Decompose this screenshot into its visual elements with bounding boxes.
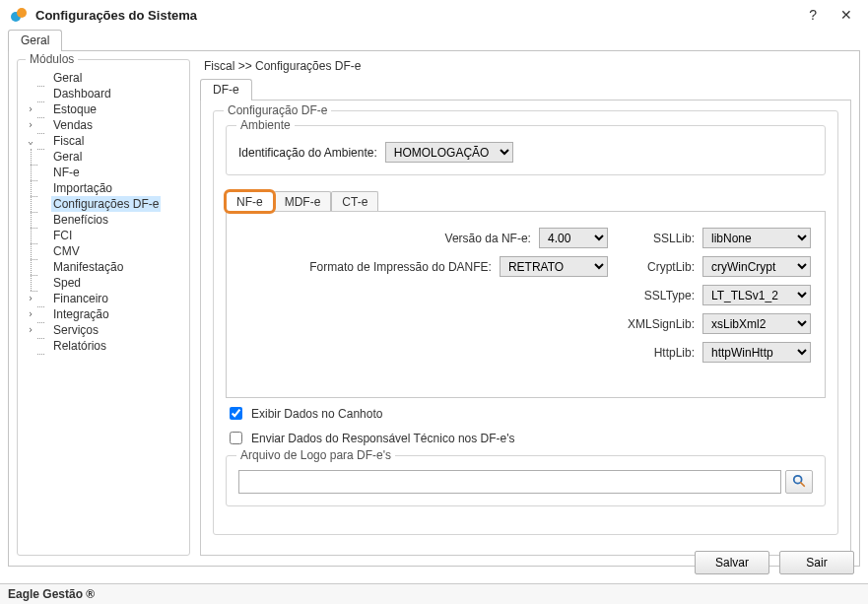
tree-item-label: FCI — [51, 228, 74, 243]
tab-geral[interactable]: Geral — [8, 30, 62, 51]
xmlsignlib-select[interactable]: xsLibXml2 — [702, 313, 811, 334]
tree-item[interactable]: Dashboard — [24, 86, 183, 101]
tree-item-label: Vendas — [51, 117, 95, 133]
tree-item[interactable]: Geral — [24, 149, 183, 165]
close-button[interactable]: ✕ — [840, 7, 852, 23]
svg-line-3 — [801, 482, 805, 486]
svg-point-1 — [17, 8, 27, 18]
ssltype-select[interactable]: LT_TLSv1_2 — [702, 285, 811, 305]
danfe-select[interactable]: RETRATO — [500, 256, 608, 277]
modules-legend: Módulos — [26, 52, 78, 66]
tree-item[interactable]: Benefícios — [24, 212, 183, 228]
config-legend: Configuração DF-e — [224, 103, 331, 117]
tree-item[interactable]: ›Financeiro — [24, 291, 183, 306]
tree-item[interactable]: FCI — [24, 228, 183, 243]
window-title: Configurações do Sistema — [35, 8, 809, 23]
status-bar: Eagle Gestão ® — [0, 583, 868, 604]
httplib-select[interactable]: httpWinHttp — [702, 342, 811, 363]
ssltype-label: SSLType: — [644, 289, 695, 302]
exibir-canhoto-label[interactable]: Exibir Dados no Canhoto — [251, 407, 382, 421]
inner-tab-nfe[interactable]: NF-e — [226, 191, 274, 212]
logo-path-input[interactable] — [238, 470, 781, 494]
search-icon — [792, 474, 806, 491]
tree-item-label: CMV — [51, 243, 82, 259]
browse-logo-button[interactable] — [785, 470, 813, 494]
breadcrumb: Fiscal >> Configurações DF-e — [204, 59, 851, 73]
inner-tab-cte[interactable]: CT-e — [331, 191, 378, 212]
tree-item[interactable]: ›Vendas — [24, 117, 183, 133]
versao-select[interactable]: 4.00 — [539, 228, 608, 248]
chevron-right-icon[interactable]: › — [24, 117, 37, 133]
chevron-right-icon[interactable]: › — [24, 306, 37, 322]
tree-item[interactable]: ⌄Fiscal — [24, 133, 183, 149]
cryptlib-label: CryptLib: — [647, 260, 695, 274]
tab-dfe[interactable]: DF-e — [200, 79, 252, 101]
tree-item-label: Financeiro — [51, 291, 110, 306]
tree-item-label: Sped — [51, 275, 83, 291]
chevron-right-icon[interactable]: › — [24, 101, 37, 117]
xmlsignlib-label: XMLSignLib: — [628, 317, 695, 331]
tree-item[interactable]: ›Integração — [24, 306, 183, 322]
app-logo-icon — [10, 6, 28, 24]
exibir-canhoto-checkbox[interactable] — [230, 407, 242, 420]
versao-label: Versão da NF-e: — [445, 232, 531, 245]
inner-tab-mdfe[interactable]: MDF-e — [274, 191, 332, 212]
save-button[interactable]: Salvar — [695, 551, 769, 574]
tree-item-label: Integração — [51, 306, 111, 322]
tree-item-label: Serviços — [51, 322, 100, 338]
chevron-right-icon[interactable]: › — [24, 322, 37, 338]
enviar-resp-checkbox[interactable] — [230, 432, 242, 444]
tree-item[interactable]: Sped — [24, 275, 183, 291]
tree-item[interactable]: ›Estoque — [24, 101, 183, 117]
tree-item-label: Estoque — [51, 101, 99, 117]
httplib-label: HttpLib: — [654, 346, 695, 360]
help-button[interactable]: ? — [809, 7, 817, 23]
tree-item-label: Benefícios — [51, 212, 110, 228]
tree-item-label: Relatórios — [51, 338, 108, 354]
logo-legend: Arquivo de Logo para DF-e's — [236, 448, 395, 462]
ambiente-label: Identificação do Ambiente: — [238, 146, 377, 160]
tree-item[interactable]: Manifestação — [24, 259, 183, 275]
tree-item[interactable]: ›Serviços — [24, 322, 183, 338]
tree-item[interactable]: Configurações DF-e — [24, 196, 183, 212]
ssllib-select[interactable]: libNone — [702, 228, 811, 248]
tree-item[interactable]: CMV — [24, 243, 183, 259]
ambiente-select[interactable]: HOMOLOGAÇÃO — [385, 142, 513, 163]
cryptlib-select[interactable]: cryWinCrypt — [702, 256, 811, 277]
tree-item[interactable]: Relatórios — [24, 338, 183, 354]
ssllib-label: SSLLib: — [653, 232, 695, 245]
tree-item[interactable]: Importação — [24, 180, 183, 196]
tree-item-label: Geral — [51, 149, 84, 165]
enviar-resp-label[interactable]: Enviar Dados do Responsável Técnico nos … — [251, 432, 515, 445]
tree-item-label: Configurações DF-e — [51, 196, 161, 212]
tree-item-label: NF-e — [51, 165, 82, 180]
danfe-label: Formato de Impressão do DANFE: — [309, 260, 492, 274]
chevron-right-icon[interactable]: › — [24, 291, 37, 306]
tree-item-label: Manifestação — [51, 259, 125, 275]
modules-groupbox: Módulos GeralDashboard›Estoque›Vendas⌄Fi… — [17, 59, 190, 556]
tree-item-label: Geral — [51, 70, 84, 86]
exit-button[interactable]: Sair — [779, 551, 854, 574]
tree-item[interactable]: NF-e — [24, 165, 183, 180]
tree-item-label: Fiscal — [51, 133, 86, 149]
tree-item[interactable]: Geral — [24, 70, 183, 86]
ambiente-legend: Ambiente — [236, 118, 295, 132]
tree-item-label: Dashboard — [51, 86, 113, 101]
chevron-down-icon[interactable]: ⌄ — [24, 133, 37, 149]
tree-item-label: Importação — [51, 180, 114, 196]
